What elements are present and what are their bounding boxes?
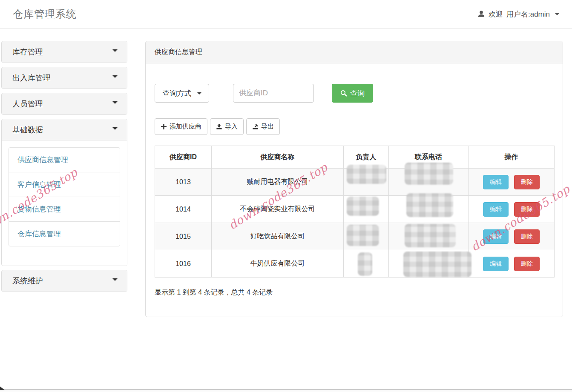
sidebar-item-goods-info[interactable]: 货物信息管理 — [9, 197, 120, 222]
cell-supplier-id: 1014 — [155, 196, 212, 223]
caret-down-icon — [555, 13, 559, 15]
cell-supplier-name: 好吃饮品有限公司 — [212, 223, 344, 250]
delete-button[interactable]: 删除 — [514, 229, 540, 244]
username-text: 用户名:admin — [506, 9, 550, 19]
col-header-supplier-id: 供应商ID — [155, 146, 212, 169]
caret-down-icon — [112, 101, 118, 104]
supplier-panel: 供应商信息管理 查询方式 — [145, 41, 563, 317]
caret-down-icon — [112, 49, 118, 52]
delete-button[interactable]: 删除 — [514, 257, 540, 271]
query-mode-dropdown[interactable]: 查询方式 — [155, 84, 209, 103]
sidebar-item-inout[interactable]: 出入库管理 — [2, 67, 127, 89]
user-menu[interactable]: 欢迎 用户名:admin — [477, 9, 559, 19]
cell-actions: 编辑 删除 — [469, 250, 555, 278]
cell-supplier-name: 贼耐用电器有限公司 — [212, 169, 344, 196]
censor-blur — [347, 225, 379, 246]
col-header-supplier-name: 供应商名称 — [212, 146, 344, 169]
col-header-actions: 操作 — [469, 146, 555, 169]
cell-supplier-name: 牛奶供应有限公司 — [212, 250, 344, 278]
sidebar-item-maintenance[interactable]: 系统维护 — [2, 270, 127, 292]
cell-supplier-name: 不会碎陶瓷实业有限公司 — [212, 196, 344, 223]
cell-supplier-id: 1015 — [155, 223, 212, 250]
col-header-manager: 负责人 — [344, 146, 389, 169]
censor-blur — [347, 197, 379, 216]
cell-supplier-id: 1016 — [155, 250, 212, 278]
sidebar-item-label: 人员管理 — [12, 99, 43, 109]
main-content: 供应商信息管理 查询方式 — [145, 41, 563, 317]
sidebar-panel-basedata: 基础数据 供应商信息管理 客户信息管理 货物信息管理 仓库信息管理 — [1, 119, 127, 266]
app-title: 仓库管理系统 — [13, 7, 77, 21]
export-label: 导出 — [261, 123, 274, 131]
supplier-table: 供应商ID 供应商名称 负责人 联系电话 操作 1013 贼耐用电器有限公司 — [155, 146, 555, 278]
page: 仓库管理系统 欢迎 用户名:admin 库存管理 出入库管理 — [0, 0, 572, 392]
sidebar-item-label: 系统维护 — [12, 276, 43, 286]
cell-phone-censored — [389, 169, 469, 196]
table-row: 1013 贼耐用电器有限公司 编辑 删除 — [155, 169, 555, 196]
table-row: 1014 不会碎陶瓷实业有限公司 编辑 删除 — [155, 196, 555, 223]
sidebar-item-label: 出入库管理 — [12, 73, 51, 83]
edit-button[interactable]: 编辑 — [483, 202, 509, 217]
edit-button[interactable]: 编辑 — [483, 229, 509, 244]
sidebar-panel-maintenance: 系统维护 — [1, 270, 127, 292]
sidebar-panel-inventory: 库存管理 — [1, 41, 127, 63]
delete-button[interactable]: 删除 — [514, 202, 540, 217]
sidebar-item-personnel[interactable]: 人员管理 — [2, 93, 127, 114]
cell-manager-censored — [344, 169, 389, 196]
person-icon — [477, 10, 485, 18]
caret-down-icon — [197, 92, 201, 94]
edit-button[interactable]: 编辑 — [483, 257, 509, 271]
sidebar-item-customer-info[interactable]: 客户信息管理 — [9, 172, 120, 197]
export-button[interactable]: 导出 — [246, 118, 280, 135]
supplier-id-input[interactable] — [233, 84, 314, 103]
table-header-row: 供应商ID 供应商名称 负责人 联系电话 操作 — [155, 146, 555, 169]
import-label: 导入 — [225, 123, 238, 131]
sidebar-item-label: 基础数据 — [12, 125, 43, 135]
caret-down-icon — [112, 278, 118, 281]
sidebar-item-label: 库存管理 — [12, 47, 43, 57]
sidebar-item-supplier-info[interactable]: 供应商信息管理 — [9, 147, 120, 172]
add-supplier-button[interactable]: 添加供应商 — [155, 118, 207, 135]
toolbar-row: 添加供应商 导入 — [155, 118, 554, 135]
caret-down-icon — [112, 127, 118, 130]
export-icon — [252, 123, 259, 130]
plus-icon — [161, 123, 167, 130]
cell-manager-censored — [344, 196, 389, 223]
taskbar-edge — [0, 389, 572, 392]
table-row: 1015 好吃饮品有限公司 编辑 删除 — [155, 223, 555, 250]
submenu-list: 供应商信息管理 客户信息管理 货物信息管理 仓库信息管理 — [9, 147, 120, 246]
record-count-text: 显示第 1 到第 4 条记录，总共 4 条记录 — [155, 288, 554, 297]
cell-phone-censored — [389, 250, 469, 278]
caret-down-icon — [112, 75, 118, 78]
add-supplier-label: 添加供应商 — [170, 123, 201, 131]
censor-blur — [403, 252, 471, 277]
corner-triangle — [0, 386, 5, 390]
cell-actions: 编辑 删除 — [469, 196, 555, 223]
censor-blur — [358, 252, 372, 276]
import-icon — [216, 123, 222, 130]
cell-phone-censored — [389, 223, 469, 250]
basedata-submenu: 供应商信息管理 客户信息管理 货物信息管理 仓库信息管理 — [2, 140, 127, 266]
sidebar: 库存管理 出入库管理 人员管理 基础数据 — [1, 41, 127, 296]
delete-button[interactable]: 删除 — [514, 175, 540, 189]
edit-button[interactable]: 编辑 — [483, 175, 509, 189]
cell-actions: 编辑 删除 — [469, 169, 555, 196]
query-mode-label: 查询方式 — [163, 89, 192, 98]
search-icon — [340, 90, 347, 97]
sidebar-item-basedata[interactable]: 基础数据 — [2, 119, 127, 140]
sidebar-item-inventory[interactable]: 库存管理 — [2, 41, 127, 63]
sidebar-panel-personnel: 人员管理 — [1, 93, 127, 115]
search-button[interactable]: 查询 — [332, 84, 373, 103]
panel-body: 查询方式 查询 — [146, 63, 563, 317]
cell-manager-censored — [344, 250, 389, 278]
content-layout: 库存管理 出入库管理 人员管理 基础数据 — [0, 29, 572, 317]
cell-supplier-id: 1013 — [155, 169, 212, 196]
table-row: 1016 牛奶供应有限公司 编辑 删除 — [155, 250, 555, 278]
censor-blur — [406, 193, 453, 217]
cell-phone-censored — [389, 196, 469, 223]
cell-actions: 编辑 删除 — [469, 223, 555, 250]
col-header-phone: 联系电话 — [389, 146, 469, 169]
sidebar-item-warehouse-info[interactable]: 仓库信息管理 — [9, 221, 120, 246]
panel-title: 供应商信息管理 — [146, 41, 563, 63]
import-button[interactable]: 导入 — [210, 118, 244, 135]
cell-manager-censored — [344, 223, 389, 250]
